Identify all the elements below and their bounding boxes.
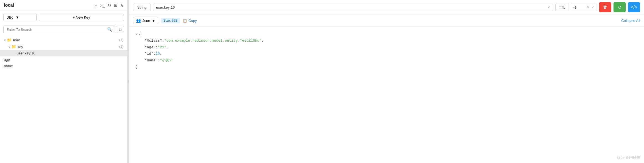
json-val-age: "21" <box>158 44 166 51</box>
chevron-down-icon: ▼ <box>16 15 19 19</box>
tree-node-count: (1) <box>119 38 123 42</box>
chevron-down-icon: ▼ <box>152 19 155 23</box>
code-icon: </> <box>631 5 637 10</box>
folder-icon: 📁 <box>11 44 16 49</box>
json-line-name: "name" : "小黄2" <box>136 57 637 64</box>
search-icon[interactable]: 🔍 <box>107 27 112 32</box>
key-input[interactable] <box>156 5 546 9</box>
tree-node-label: age <box>4 57 123 62</box>
grid-icon[interactable]: ⊞ <box>114 3 118 8</box>
chevron-down-icon: ∨ <box>4 39 6 42</box>
tree-node-user[interactable]: ∨ 📁 user (1) <box>0 37 127 43</box>
db-select[interactable]: DB0 ▼ <box>3 14 37 21</box>
tree-node-age[interactable]: age <box>0 56 127 63</box>
tree-node-label: name <box>4 64 123 68</box>
code-button[interactable]: </> <box>628 2 640 12</box>
tree-node-label: key <box>17 45 119 49</box>
json-key-age: "age" <box>145 44 156 51</box>
home-icon[interactable]: ⌂ <box>95 3 97 8</box>
tree-node-key[interactable]: ∨ 📁 key (1) <box>0 43 127 50</box>
ttl-input[interactable] <box>573 5 584 9</box>
json-val-id: 16 <box>156 51 160 57</box>
search-row: 🔍 □ <box>0 24 127 35</box>
ttl-label: TTL <box>555 4 569 11</box>
delete-button[interactable]: 🗑 <box>599 2 611 12</box>
tree-area: ∨ 📁 user (1) ∨ 📁 key (1) user:key:16 age… <box>0 35 127 163</box>
chevron-up-icon[interactable]: ∧ <box>120 3 123 8</box>
tree-node-label: user:key:16 <box>17 51 123 55</box>
terminal-icon[interactable]: >_ <box>100 3 105 8</box>
refresh-button[interactable]: ↺ <box>614 2 626 12</box>
json-line-class: "@class" : "com.example.redisson.model.e… <box>136 37 637 44</box>
sidebar-title: local <box>4 3 14 8</box>
ttl-icons: ✕ ✓ <box>587 5 594 9</box>
close-icon[interactable]: ✕ <box>587 5 590 9</box>
tree-node-userkey16[interactable]: user:key:16 <box>0 50 127 56</box>
trash-icon: 🗑 <box>603 5 607 10</box>
toolbar: String ∨ TTL ✕ ✓ 🗑 ↺ </> <box>129 0 644 15</box>
check-icon[interactable]: ✓ <box>591 5 594 9</box>
search-input[interactable] <box>6 27 106 32</box>
json-val-class: "com.example.redisson.model.entity.TestZ… <box>164 37 261 44</box>
watermark: CSDN @子书少狮 <box>617 155 640 161</box>
json-line-open: ∨ { <box>136 31 637 37</box>
copy-icon: 📋 <box>183 19 187 23</box>
chevron-down-icon: ∨ <box>548 5 550 9</box>
format-select[interactable]: 👥 Json ▼ <box>133 17 158 24</box>
ttl-input-wrapper: ✕ ✓ <box>571 4 597 11</box>
sidebar-icons: ⌂ >_ ↻ ⊞ ∧ <box>95 3 123 8</box>
json-line-id: "id" : 16 , <box>136 51 637 57</box>
json-open-brace: { <box>139 31 141 37</box>
format-icon: 👥 <box>136 18 141 23</box>
key-input-wrapper: ∨ <box>153 4 553 11</box>
refresh-icon[interactable]: ↻ <box>108 3 111 8</box>
collapse-all-button[interactable]: Collapse All <box>621 19 640 23</box>
folder-icon: 📁 <box>7 38 12 42</box>
chevron-down-icon: ∨ <box>8 45 10 48</box>
json-key-name: "name" <box>145 57 158 64</box>
copy-label: Copy <box>189 19 197 23</box>
db-select-label: DB0 <box>6 15 13 19</box>
chevron-down-icon[interactable]: ∨ <box>136 32 138 37</box>
search-box: 🔍 <box>3 26 115 33</box>
tree-node-label: user <box>13 38 119 42</box>
json-line-close: } <box>136 64 637 70</box>
type-badge: String <box>133 4 151 11</box>
json-key-class: "@class" <box>145 37 162 44</box>
main-content: String ∨ TTL ✕ ✓ 🗑 ↺ </> 👥 Json ▼ <box>129 0 644 163</box>
json-line-age: "age" : "21" , <box>136 44 637 51</box>
refresh-icon: ↺ <box>618 5 622 10</box>
format-bar: 👥 Json ▼ Size: 92B 📋 Copy Collapse All <box>129 15 644 27</box>
sidebar: local ⌂ >_ ↻ ⊞ ∧ DB0 ▼ + New Key 🔍 □ ∨ 📁 <box>0 0 128 163</box>
new-key-button[interactable]: + New Key <box>39 14 124 21</box>
json-key-id: "id" <box>145 51 153 57</box>
tree-node-name[interactable]: name <box>0 63 127 69</box>
tree-node-count: (1) <box>119 45 123 49</box>
size-badge: Size: 92B <box>161 18 180 23</box>
filter-button[interactable]: □ <box>117 26 124 33</box>
filter-icon: □ <box>119 27 121 32</box>
json-close-brace: } <box>136 64 138 70</box>
format-label: Json <box>142 19 150 23</box>
sidebar-controls: DB0 ▼ + New Key <box>0 11 127 24</box>
sidebar-header: local ⌂ >_ ↻ ⊞ ∧ <box>0 0 127 11</box>
json-val-name: "小黄2" <box>160 57 174 64</box>
copy-button[interactable]: 📋 Copy <box>183 19 197 23</box>
json-viewer: ∨ { "@class" : "com.example.redisson.mod… <box>129 27 644 163</box>
